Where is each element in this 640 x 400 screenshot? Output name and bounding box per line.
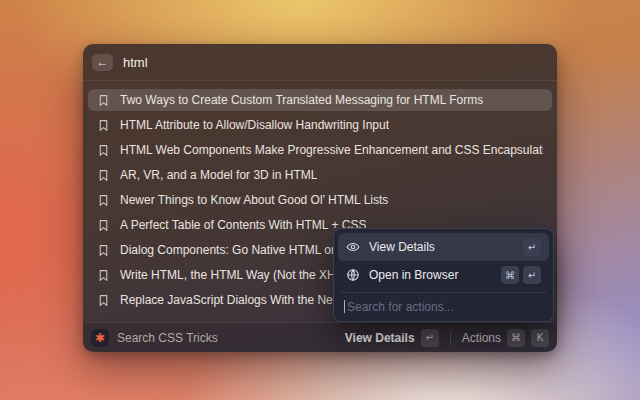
list-item[interactable]: HTML Attribute to Allow/Disallow Handwri…: [88, 114, 552, 136]
k-key-badge: K: [531, 329, 549, 347]
return-key-badge: ↵: [421, 329, 439, 347]
css-tricks-logo-icon: ✱: [91, 329, 109, 347]
search-bar: ← html: [83, 44, 557, 81]
menu-item-shortcut: ⌘↵: [501, 266, 541, 284]
bookmark-icon: [97, 194, 110, 207]
bookmark-icon: [97, 144, 110, 157]
actions-popup: View Details ↵ Open in Browser ⌘↵ Search…: [333, 228, 554, 322]
asterisk-glyph: ✱: [95, 331, 105, 345]
list-item-title: Two Ways to Create Custom Translated Mes…: [120, 93, 483, 107]
actions-popup-list: View Details ↵ Open in Browser ⌘↵: [338, 233, 549, 289]
bookmark-icon: [97, 244, 110, 257]
popup-menu-item[interactable]: Open in Browser ⌘↵: [338, 261, 549, 289]
footer-actions-group: View Details ↵ Actions ⌘ K: [345, 329, 549, 347]
list-item-title: A Perfect Table of Contents With HTML + …: [120, 218, 366, 232]
bookmark-icon: [97, 294, 110, 307]
footer-divider: [450, 331, 451, 345]
actions-search-placeholder: Search for actions...: [347, 300, 454, 314]
key-badge: ⌘: [501, 266, 519, 284]
key-badge: ↵: [523, 238, 541, 256]
command-key-badge: ⌘: [507, 329, 525, 347]
actions-search-input[interactable]: Search for actions...: [338, 293, 549, 320]
bookmark-icon: [97, 269, 110, 282]
list-item-title: HTML Attribute to Allow/Disallow Handwri…: [120, 118, 389, 132]
list-item[interactable]: HTML Web Components Make Progressive Enh…: [88, 139, 552, 161]
list-item[interactable]: Newer Things to Know About Good Ol’ HTML…: [88, 189, 552, 211]
list-item-title: Newer Things to Know About Good Ol’ HTML…: [120, 193, 388, 207]
bookmark-icon: [97, 94, 110, 107]
desktop-background: ← html Two Ways to Create Custom Transla…: [0, 0, 640, 400]
back-button[interactable]: ←: [92, 54, 113, 71]
search-input[interactable]: html: [123, 55, 148, 70]
footer-app-label: Search CSS Tricks: [117, 331, 218, 345]
footer-bar: ✱ Search CSS Tricks View Details ↵ Actio…: [83, 322, 557, 352]
menu-item-shortcut: ↵: [523, 238, 541, 256]
menu-item-label: View Details: [369, 240, 435, 254]
bookmark-icon: [97, 169, 110, 182]
list-item-title: HTML Web Components Make Progressive Enh…: [120, 143, 543, 157]
globe-icon: [346, 268, 360, 282]
popup-menu-item[interactable]: View Details ↵: [338, 233, 549, 261]
bookmark-icon: [97, 219, 110, 232]
key-badge: ↵: [523, 266, 541, 284]
menu-item-label: Open in Browser: [369, 268, 458, 282]
bookmark-icon: [97, 119, 110, 132]
list-item-title: AR, VR, and a Model for 3D in HTML: [120, 168, 317, 182]
text-cursor: [344, 300, 345, 313]
actions-button[interactable]: Actions: [462, 331, 501, 345]
back-arrow-icon: ←: [97, 56, 109, 68]
view-details-button[interactable]: View Details: [345, 331, 415, 345]
list-item[interactable]: AR, VR, and a Model for 3D in HTML: [88, 164, 552, 186]
list-item[interactable]: Two Ways to Create Custom Translated Mes…: [88, 89, 552, 111]
eye-icon: [346, 240, 360, 254]
